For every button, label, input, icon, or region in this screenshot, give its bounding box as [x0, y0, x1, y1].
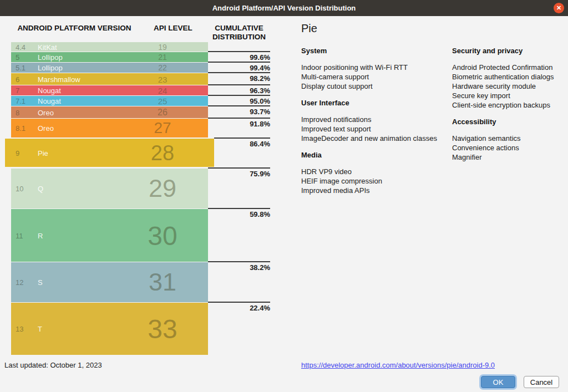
feature-item: HDR VP9 video: [301, 167, 452, 176]
version-row-marshmallow-23[interactable]: 6Marshmallow2398.2%: [11, 73, 208, 85]
platform-codename: Nougat: [38, 86, 61, 95]
feature-section-items: HDR VP9 videoHEIF image compressionImpro…: [301, 167, 452, 195]
feature-section-items: Indoor positioning with Wi-Fi RTTMulti-c…: [301, 63, 452, 91]
platform-codename: Q: [38, 185, 43, 193]
version-row-t-33[interactable]: 13T3322.4%: [11, 303, 208, 355]
platform-codename: R: [38, 231, 43, 240]
feature-item: Display cutout support: [301, 82, 452, 91]
version-row-pie-28[interactable]: 9Pie2886.4%: [5, 139, 214, 167]
cumulative-separator-line: 59.8%: [208, 208, 270, 218]
column-header-api-level: API LEVEL: [145, 24, 201, 33]
version-row-lollipop-21[interactable]: 5Lollipop2199.6%: [11, 52, 208, 62]
feature-item: Client-side encryption backups: [452, 100, 562, 110]
cumulative-separator-line: 22.4%: [208, 302, 270, 312]
platform-codename: S: [38, 278, 43, 287]
version-details-panel: Pie SystemIndoor positioning with Wi-Fi …: [301, 22, 562, 203]
cumulative-separator-line: 38.2%: [208, 261, 270, 272]
platform-codename: Lollipop: [38, 53, 63, 62]
version-row-r-30[interactable]: 11R3059.8%: [11, 209, 208, 262]
platform-version-number: 7.1: [16, 97, 26, 105]
api-level-number: 26: [158, 108, 168, 118]
feature-item: Improved notifications: [301, 115, 452, 124]
version-row-oreo-27[interactable]: 8.1Oreo2791.8%: [11, 119, 208, 138]
cumulative-percentage: 98.2%: [208, 73, 270, 83]
platform-codename: Lollipop: [38, 64, 63, 72]
feature-section-heading: Accessibility: [452, 118, 562, 126]
cumulative-separator-line: 95.0%: [208, 95, 270, 105]
version-row-oreo-26[interactable]: 8Oreo2693.7%: [11, 106, 208, 118]
cumulative-separator-line: 99.4%: [208, 62, 270, 72]
cumulative-percentage: 86.4%: [214, 139, 270, 148]
cumulative-percentage: 99.6%: [208, 52, 270, 62]
selected-version-title: Pie: [301, 22, 562, 35]
cumulative-percentage: 99.4%: [208, 63, 270, 72]
feature-section-heading: Security and privacy: [452, 47, 562, 55]
feature-columns: SystemIndoor positioning with Wi-Fi RTTM…: [301, 47, 562, 203]
dialog-window: Android Platform/API Version Distributio…: [0, 0, 568, 392]
version-distribution-table: 4.4KitKat195Lollipop2199.6%5.1Lollipop22…: [11, 42, 208, 355]
version-row-q-29[interactable]: 10Q2975.9%: [11, 169, 208, 208]
feature-item: Convenience actions: [452, 143, 562, 152]
version-row-nougat-25[interactable]: 7.1Nougat2595.0%: [11, 96, 208, 106]
cancel-button[interactable]: Cancel: [524, 376, 559, 388]
feature-item: Multi-camera support: [301, 72, 452, 82]
api-level-number: 33: [148, 314, 177, 344]
version-docs-link[interactable]: https://developer.android.com/about/vers…: [301, 361, 495, 369]
platform-version-number: 13: [16, 325, 23, 333]
api-level-number: 28: [151, 141, 174, 165]
platform-version-number: 5: [16, 53, 19, 62]
platform-version-number: 6: [16, 75, 19, 83]
platform-version-number: 12: [16, 278, 23, 287]
platform-codename: T: [38, 325, 42, 333]
platform-version-number: 7: [16, 86, 19, 95]
version-row-nougat-24[interactable]: 7Nougat2496.3%: [11, 85, 208, 95]
feature-section-items: Android Protected ConfirmationBiometric …: [452, 63, 562, 110]
ok-button[interactable]: OK: [481, 376, 515, 388]
window-title: Android Platform/API Version Distributio…: [212, 4, 356, 12]
api-level-number: 30: [148, 220, 177, 251]
feature-item: HEIF image compression: [301, 176, 452, 186]
api-level-number: 27: [154, 119, 171, 137]
api-level-number: 22: [158, 63, 167, 72]
feature-column-1: Security and privacyAndroid Protected Co…: [452, 47, 562, 203]
cumulative-percentage: 59.8%: [208, 209, 270, 218]
feature-item: Secure key import: [452, 91, 562, 100]
api-level-number: 19: [158, 43, 167, 52]
version-row-lollipop-22[interactable]: 5.1Lollipop2299.4%: [11, 63, 208, 73]
feature-item: Biometric authentication dialogs: [452, 72, 562, 82]
cumulative-percentage: 38.2%: [208, 262, 270, 272]
cumulative-percentage: 95.0%: [208, 96, 270, 105]
feature-item: Hardware security module: [452, 82, 562, 91]
close-icon: ✕: [556, 4, 561, 12]
feature-item: ImageDecoder and new animation classes: [301, 134, 452, 143]
cumulative-percentage: 22.4%: [208, 303, 270, 312]
platform-version-number: 9: [16, 149, 19, 157]
api-level-number: 24: [158, 86, 168, 95]
cumulative-percentage: 96.3%: [208, 85, 270, 95]
last-updated-text: Last updated: October 1, 2023: [4, 361, 102, 369]
dialog-body: ANDROID PLATFORM VERSION API LEVEL CUMUL…: [0, 16, 568, 392]
column-header-cumulative-distribution: CUMULATIVE DISTRIBUTION: [206, 24, 272, 42]
feature-item: Improved media APIs: [301, 186, 452, 195]
version-row-s-31[interactable]: 12S3138.2%: [11, 262, 208, 302]
feature-item: Magnifier: [452, 152, 562, 162]
cumulative-percentage: 91.8%: [208, 119, 270, 128]
cumulative-separator-line: 75.9%: [208, 167, 270, 178]
platform-version-number: 11: [16, 231, 23, 240]
platform-version-number: 8.1: [16, 124, 26, 133]
api-level-number: 29: [149, 174, 176, 203]
close-button[interactable]: ✕: [554, 3, 564, 13]
feature-section-items: Navigation semanticsConvenience actionsM…: [452, 134, 562, 162]
feature-item: Navigation semantics: [452, 134, 562, 143]
version-row-kitkat-19[interactable]: 4.4KitKat19: [11, 42, 208, 52]
cumulative-separator-line: 96.3%: [208, 84, 270, 95]
feature-section-heading: Media: [301, 151, 452, 159]
platform-codename: Marshmallow: [38, 75, 80, 83]
feature-section-heading: User Interface: [301, 99, 452, 107]
cumulative-percentage: 75.9%: [208, 169, 270, 178]
platform-codename: Pie: [38, 149, 48, 157]
platform-version-number: 4.4: [16, 43, 26, 51]
cumulative-separator-line: 93.7%: [208, 105, 270, 116]
platform-version-number: 8: [16, 108, 19, 116]
feature-item: Android Protected Confirmation: [452, 63, 562, 72]
